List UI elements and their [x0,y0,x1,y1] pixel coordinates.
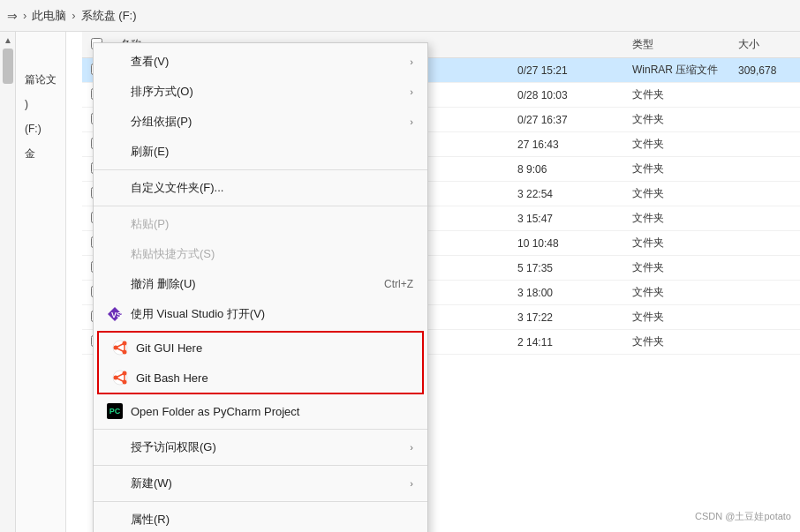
file-date: 3 17:22 [509,305,623,330]
paste-icon [106,215,124,233]
menu-label-customize: 自定义文件夹(F)... [131,180,413,196]
menu-label-undo: 撤消 删除(U) [131,276,366,292]
col-header-type[interactable]: 类型 [623,32,729,58]
menu-arrow-new: › [410,478,413,489]
menu-shortcut-undo: Ctrl+Z [384,278,413,290]
breadcrumb-separator: › [23,9,26,22]
git-gui-icon [111,339,129,356]
menu-label-pycharm: Open Folder as PyCharm Project [131,405,413,418]
sidebar-item-4[interactable]: 金 [19,141,65,166]
file-date: 3 22:54 [509,182,623,206]
file-type: 文件夹 [623,83,729,108]
file-type: 文件夹 [623,132,729,157]
file-size [729,281,800,305]
menu-label-git-bash: Git Bash Here [136,371,408,385]
scroll-up-arrow[interactable]: ▲ [0,32,15,49]
breadcrumb-drive[interactable]: 系统盘 (F:) [81,8,137,24]
file-date: 0/27 16:37 [509,108,623,132]
menu-item-paste: 粘贴(P) [94,209,427,239]
file-date: 10 10:48 [509,231,623,256]
menu-item-undo[interactable]: 撤消 删除(U)Ctrl+Z [94,269,427,299]
file-size [729,132,800,157]
group-icon [106,113,124,131]
file-type: WinRAR 压缩文件 [623,58,729,83]
svg-text:VS: VS [111,311,122,319]
menu-arrow-view: › [410,56,413,67]
file-size [729,157,800,182]
file-date: 27 16:43 [509,132,623,157]
file-type: 文件夹 [623,281,729,305]
properties-icon [106,511,124,528]
menu-item-git-gui[interactable]: Git GUI Here [99,333,422,363]
menu-label-view: 查看(V) [131,54,410,70]
menu-label-sort: 排序方式(O) [131,84,410,100]
pycharm-icon: PC [106,402,124,420]
file-size [729,231,800,256]
file-size [729,305,800,330]
menu-divider [94,169,427,170]
menu-label-group: 分组依据(P) [131,114,410,130]
sidebar-scrollbar: ▲ [0,32,16,532]
back-icon[interactable]: ⇒ [7,9,18,23]
refresh-icon [106,143,124,161]
menu-item-new[interactable]: 新建(W)› [94,468,427,498]
menu-arrow-access: › [410,442,413,453]
file-size [729,330,800,355]
file-type: 文件夹 [623,182,729,206]
file-type: 文件夹 [623,256,729,281]
file-date: 2 14:11 [509,330,623,355]
menu-item-vs[interactable]: VS使用 Visual Studio 打开(V) [94,299,427,329]
file-size [729,206,800,231]
menu-divider [94,429,427,430]
file-date: 0/28 10:03 [509,83,623,108]
access-icon [106,438,124,456]
menu-divider [94,206,427,206]
col-header-date[interactable] [509,32,623,58]
paste-shortcut-icon [106,245,124,263]
git-bash-icon [111,369,129,386]
file-type: 文件夹 [623,206,729,231]
menu-item-view[interactable]: 查看(V)› [94,47,427,77]
file-date: 8 9:06 [509,157,623,182]
sidebar-item-2[interactable]: ) [19,92,65,116]
menu-item-git-bash[interactable]: Git Bash Here [99,363,422,393]
menu-item-properties[interactable]: 属性(R) [94,505,427,532]
menu-item-paste-shortcut: 粘贴快捷方式(S) [94,239,427,269]
menu-divider [94,465,427,466]
customize-icon [106,179,124,197]
menu-label-properties: 属性(R) [131,512,413,528]
menu-item-access[interactable]: 授予访问权限(G)› [94,432,427,462]
file-size [729,108,800,132]
watermark: CSDN @土豆娃potato [695,510,791,523]
menu-item-group[interactable]: 分组依据(P)› [94,107,427,137]
menu-item-refresh[interactable]: 刷新(E) [94,137,427,167]
menu-item-pycharm[interactable]: PCOpen Folder as PyCharm Project [94,396,427,426]
file-date: 5 17:35 [509,256,623,281]
scroll-thumb[interactable] [3,49,13,84]
menu-divider [94,501,427,502]
undo-icon [106,275,124,293]
menu-label-paste-shortcut: 粘贴快捷方式(S) [131,246,413,262]
breadcrumb-this-pc[interactable]: 此电脑 [32,8,66,24]
file-type: 文件夹 [623,330,729,355]
menu-label-access: 授予访问权限(G) [131,439,410,455]
sidebar-item-3[interactable]: (F:) [19,116,65,141]
view-icon [106,53,124,71]
menu-arrow-sort: › [410,86,413,97]
menu-label-refresh: 刷新(E) [131,144,413,160]
col-header-size[interactable]: 大小 [729,32,800,58]
file-size [729,256,800,281]
file-type: 文件夹 [623,231,729,256]
menu-item-sort[interactable]: 排序方式(O)› [94,77,427,107]
sidebar-item-1[interactable]: 篇论文 [19,67,65,92]
vs-icon: VS [106,305,124,323]
sort-icon [106,83,124,101]
file-size [729,182,800,206]
file-date: 3 18:00 [509,281,623,305]
file-size [729,83,800,108]
file-size: 309,678 [729,58,800,83]
file-type: 文件夹 [623,305,729,330]
new-icon [106,475,124,492]
menu-item-customize[interactable]: 自定义文件夹(F)... [94,173,427,203]
menu-arrow-group: › [410,116,413,127]
